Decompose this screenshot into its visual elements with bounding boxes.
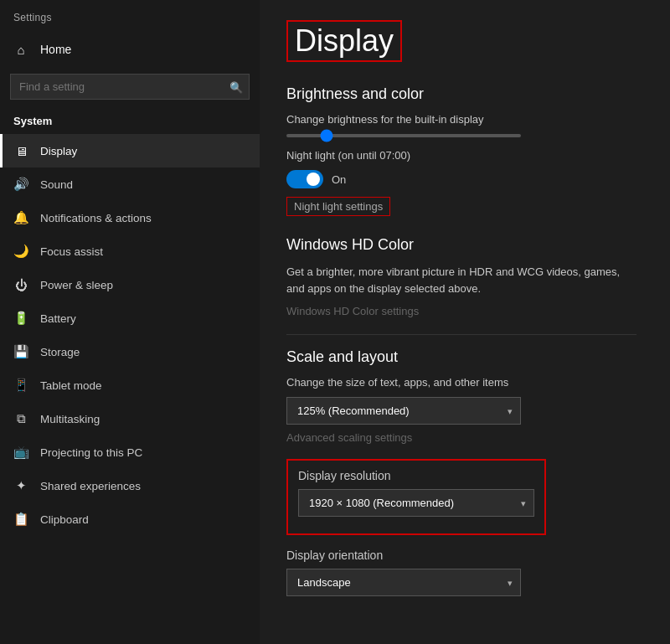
sound-icon: 🔊 [13, 177, 28, 192]
brightness-slider[interactable] [286, 134, 521, 137]
resolution-section: Display resolution 1920 × 1080 (Recommen… [286, 459, 546, 535]
sidebar-item-projecting[interactable]: 📺 Projecting to this PC [0, 435, 260, 469]
tablet-icon: 📱 [13, 378, 28, 393]
sidebar-item-home[interactable]: ⌂ Home [0, 32, 260, 67]
night-light-row: On [286, 170, 636, 188]
search-icon: 🔍 [229, 80, 243, 93]
sidebar-item-notifications[interactable]: 🔔 Notifications & actions [0, 201, 260, 234]
search-input[interactable] [10, 74, 250, 100]
sidebar-item-tablet-label: Tablet mode [40, 379, 102, 392]
sidebar-item-power-label: Power & sleep [40, 279, 113, 291]
sidebar-item-shared[interactable]: ✦ Shared experiences [0, 469, 260, 502]
home-icon: ⌂ [13, 42, 28, 57]
sidebar-item-storage-label: Storage [40, 346, 80, 358]
focus-icon: 🌙 [13, 244, 28, 259]
toggle-knob [307, 173, 320, 186]
power-icon: ⏻ [13, 277, 28, 292]
advanced-scaling-link: Advanced scaling settings [286, 431, 636, 444]
sidebar: Settings ⌂ Home 🔍 System 🖥 Display 🔊 Sou… [0, 0, 260, 644]
hd-color-settings-link: Windows HD Color settings [286, 305, 636, 317]
shared-icon: ✦ [13, 478, 28, 493]
storage-icon: 💾 [13, 344, 28, 359]
sidebar-home-label: Home [40, 43, 71, 56]
sidebar-item-storage[interactable]: 💾 Storage [0, 335, 260, 368]
hd-color-description: Get a brighter, more vibrant picture in … [286, 264, 636, 296]
resolution-label: Display resolution [298, 469, 534, 482]
scale-dropdown-wrap: 100% 125% (Recommended) 150% 175% ▾ [286, 397, 521, 425]
app-title: Settings [0, 0, 260, 32]
night-light-settings-link[interactable]: Night light settings [286, 197, 390, 216]
sidebar-item-multitasking[interactable]: ⧉ Multitasking [0, 402, 260, 435]
projecting-icon: 📺 [13, 445, 28, 460]
sidebar-item-battery-label: Battery [40, 312, 76, 325]
sidebar-item-clipboard-label: Clipboard [40, 513, 89, 526]
brightness-slider-wrap [286, 134, 636, 137]
sidebar-item-battery[interactable]: 🔋 Battery [0, 301, 260, 335]
display-icon: 🖥 [13, 143, 28, 158]
notifications-icon: 🔔 [13, 210, 28, 225]
scale-dropdown[interactable]: 100% 125% (Recommended) 150% 175% [286, 397, 521, 425]
sidebar-item-sound-label: Sound [40, 178, 73, 191]
resolution-dropdown[interactable]: 1920 × 1080 (Recommended) 1280 × 720 102… [298, 489, 534, 517]
search-bar: 🔍 [10, 74, 250, 100]
scale-layout-heading: Scale and layout [286, 348, 636, 366]
brightness-label: Change brightness for the built-in displ… [286, 113, 636, 126]
resolution-dropdown-wrap: 1920 × 1080 (Recommended) 1280 × 720 102… [298, 489, 534, 517]
sidebar-item-display-label: Display [40, 145, 77, 157]
sidebar-item-focus-label: Focus assist [40, 245, 103, 258]
sidebar-section-label: System [0, 110, 260, 134]
clipboard-icon: 📋 [13, 512, 28, 527]
night-light-toggle-label: On [332, 173, 346, 186]
main-content: Display Brightness and color Change brig… [260, 0, 670, 644]
sidebar-item-multitasking-label: Multitasking [40, 413, 100, 425]
hd-color-heading: Windows HD Color [286, 236, 636, 254]
sidebar-item-shared-label: Shared experiences [40, 480, 141, 492]
brightness-section-heading: Brightness and color [286, 85, 636, 103]
sidebar-item-notifications-label: Notifications & actions [40, 212, 152, 224]
orientation-dropdown-wrap: Landscape Portrait Landscape (flipped) P… [286, 569, 521, 596]
battery-icon: 🔋 [13, 311, 28, 326]
sidebar-item-focus[interactable]: 🌙 Focus assist [0, 234, 260, 268]
orientation-dropdown[interactable]: Landscape Portrait Landscape (flipped) P… [286, 569, 521, 596]
orientation-label: Display orientation [286, 549, 636, 562]
sidebar-item-power[interactable]: ⏻ Power & sleep [0, 268, 260, 301]
scale-layout-label: Change the size of text, apps, and other… [286, 376, 636, 389]
sidebar-item-display[interactable]: 🖥 Display [0, 134, 260, 167]
sidebar-item-sound[interactable]: 🔊 Sound [0, 167, 260, 201]
page-title: Display [286, 20, 402, 62]
night-light-toggle[interactable] [286, 170, 323, 188]
sidebar-item-tablet[interactable]: 📱 Tablet mode [0, 368, 260, 402]
night-light-label: Night light (on until 07:00) [286, 149, 636, 162]
sidebar-item-clipboard[interactable]: 📋 Clipboard [0, 502, 260, 536]
multitasking-icon: ⧉ [13, 411, 28, 426]
divider-1 [286, 334, 636, 335]
sidebar-item-projecting-label: Projecting to this PC [40, 446, 142, 459]
